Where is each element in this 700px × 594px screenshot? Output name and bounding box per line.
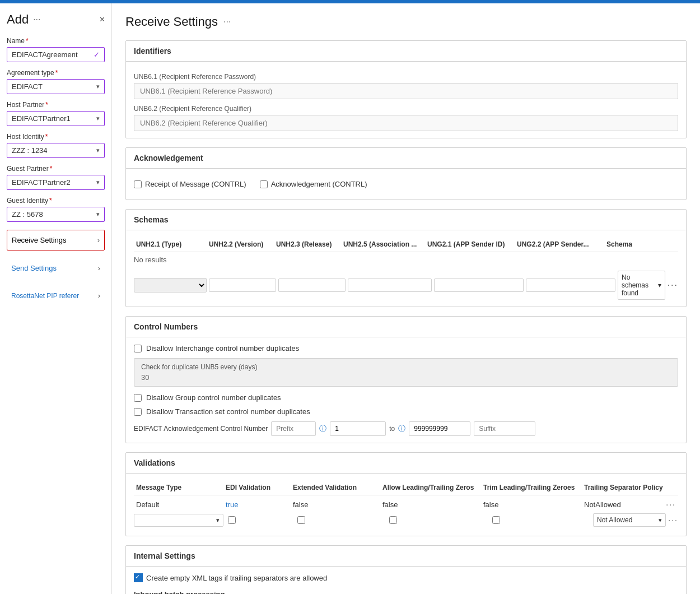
create-xml-checkbox[interactable] xyxy=(134,573,143,582)
chevron-down-icon: ▾ xyxy=(658,281,661,289)
val-default-extended: false xyxy=(291,500,380,509)
control-numbers-header: Control Numbers xyxy=(126,317,686,337)
chevron-down-icon: ▾ xyxy=(96,83,100,90)
val-row-dots[interactable]: ··· xyxy=(668,516,678,525)
host-identity-label: Host Identity* xyxy=(7,133,105,141)
chevron-right-icon: › xyxy=(98,291,100,300)
val-col-trim: Trim Leading/Trailing Zeroes xyxy=(481,484,582,491)
no-results: No results xyxy=(134,252,678,267)
val-edi-checkbox[interactable] xyxy=(228,516,236,524)
schemas-section: Schemas UNH2.1 (Type) UNH2.2 (Version) U… xyxy=(125,209,687,307)
validations-section: Validations Message Type EDI Validation … xyxy=(125,452,687,536)
schema-release-input[interactable] xyxy=(278,279,346,292)
acknowledgement-label: Acknowledgement (CONTRL) xyxy=(271,180,367,188)
guest-partner-select[interactable]: EDIFACTPartner2 ▾ xyxy=(7,175,105,190)
sidebar-item-receive-settings[interactable]: Receive Settings › xyxy=(7,230,105,250)
schema-col-schema: Schema xyxy=(604,240,678,248)
schema-col-unh23: UNH2.3 (Release) xyxy=(274,240,341,248)
sidebar-dots[interactable]: ··· xyxy=(33,15,40,25)
internal-settings-header: Internal Settings xyxy=(126,546,686,567)
host-identity-select[interactable]: ZZZ : 1234 ▾ xyxy=(7,143,105,158)
schema-sender2-input[interactable] xyxy=(526,279,615,292)
val-col-extended: Extended Validation xyxy=(291,484,380,491)
receipt-message-checkbox[interactable] xyxy=(134,180,142,188)
val-extended-checkbox[interactable] xyxy=(297,516,305,524)
prefix-input[interactable] xyxy=(271,421,316,436)
sidebar: Add ··· × Name* EDIFACTAgreement ✓ Agree… xyxy=(0,3,112,594)
schema-type-input[interactable] xyxy=(134,278,207,293)
schema-assoc-input[interactable] xyxy=(348,279,432,292)
val-col-allow: Allow Leading/Trailing Zeros xyxy=(380,484,481,491)
acknowledgement-section: Acknowledgement Receipt of Message (CONT… xyxy=(125,147,687,200)
unb61-label: UNB6.1 (Recipient Reference Password) xyxy=(134,73,678,81)
main-dots[interactable]: ··· xyxy=(223,17,231,27)
info-icon[interactable]: ⓘ xyxy=(319,424,326,434)
guest-identity-select[interactable]: ZZ : 5678 ▾ xyxy=(7,207,105,222)
schema-dots[interactable]: ··· xyxy=(668,280,678,290)
val-trim-checkbox[interactable] xyxy=(492,516,500,524)
days-label: Check for duplicate UNB5 every (days) xyxy=(141,363,671,371)
val-default-trailing: NotAllowed ··· xyxy=(582,500,678,509)
val-default-trim: false xyxy=(481,500,582,509)
sidebar-close[interactable]: × xyxy=(100,15,105,25)
val-col-edi: EDI Validation xyxy=(223,484,291,491)
agreement-type-label: Agreement type* xyxy=(7,69,105,77)
unb61-input[interactable] xyxy=(134,83,678,99)
sidebar-title: Add xyxy=(7,12,29,27)
chevron-down-icon: ▾ xyxy=(96,147,100,154)
chevron-down-icon: ▾ xyxy=(96,211,100,218)
unb62-input[interactable] xyxy=(134,115,678,131)
sidebar-item-rosettanet[interactable]: RosettaNet PIP referer › xyxy=(7,286,105,305)
validations-header: Validations xyxy=(126,453,686,474)
disallow-transaction-label: Disallow Transaction set control number … xyxy=(146,407,310,416)
acknowledgement-header: Acknowledgement xyxy=(126,148,686,169)
val-type-dropdown[interactable]: ▾ xyxy=(134,514,223,527)
schema-col-unh25: UNH2.5 (Association ... xyxy=(341,240,425,248)
acknowledgement-checkbox[interactable] xyxy=(260,180,268,188)
guest-identity-label: Guest Identity* xyxy=(7,197,105,205)
chevron-right-icon: › xyxy=(97,236,100,244)
name-field-label: Name* xyxy=(7,37,105,45)
suffix-input[interactable] xyxy=(474,421,535,436)
chevron-down-icon: ▾ xyxy=(96,115,100,122)
number-to-input[interactable] xyxy=(409,421,470,436)
val-dots[interactable]: ··· xyxy=(666,500,676,509)
disallow-interchange-checkbox[interactable] xyxy=(134,345,142,352)
val-default-edi: true xyxy=(223,500,291,509)
val-default-type: Default xyxy=(134,500,223,509)
schema-col-ung21: UNG2.1 (APP Sender ID) xyxy=(425,240,515,248)
disallow-transaction-checkbox[interactable] xyxy=(134,408,142,416)
host-partner-select[interactable]: EDIFACTPartner1 ▾ xyxy=(7,111,105,126)
disallow-group-label: Disallow Group control number duplicates xyxy=(146,393,281,402)
val-default-allow: false xyxy=(380,500,481,509)
number-from-input[interactable] xyxy=(330,421,386,436)
schemas-header: Schemas xyxy=(126,210,686,230)
guest-partner-label: Guest Partner* xyxy=(7,165,105,173)
host-partner-label: Host Partner* xyxy=(7,101,105,109)
schema-version-input[interactable] xyxy=(209,279,276,292)
val-col-message-type: Message Type xyxy=(134,484,223,491)
schema-col-ung22: UNG2.2 (APP Sender... xyxy=(515,240,604,248)
disallow-group-checkbox[interactable] xyxy=(134,394,142,402)
control-numbers-section: Control Numbers Disallow Interchange con… xyxy=(125,316,687,443)
val-allow-checkbox[interactable] xyxy=(389,516,397,524)
schema-sender-id-input[interactable] xyxy=(434,279,524,292)
sidebar-item-send-settings[interactable]: Send Settings › xyxy=(7,258,105,278)
chevron-down-icon: ▾ xyxy=(96,179,100,186)
unb62-label: UNB6.2 (Recipient Reference Qualifier) xyxy=(134,105,678,113)
info-icon2[interactable]: ⓘ xyxy=(398,424,405,434)
ack-control-label: EDIFACT Acknowledgement Control Number xyxy=(134,425,268,433)
not-allowed-select[interactable]: Not Allowed ▾ xyxy=(593,513,666,527)
main-content: Receive Settings ··· Identifiers UNB6.1 … xyxy=(112,3,700,594)
agreement-type-select[interactable]: EDIFACT ▾ xyxy=(7,79,105,94)
create-xml-label: Create empty XML tags if trailing separa… xyxy=(146,574,327,582)
check-icon: ✓ xyxy=(94,50,100,59)
disallow-interchange-label: Disallow Interchange control number dupl… xyxy=(146,344,299,352)
receipt-message-label: Receipt of Message (CONTRL) xyxy=(145,180,246,188)
main-title: Receive Settings xyxy=(125,15,218,29)
chevron-down-icon: ▾ xyxy=(216,517,220,524)
schema-select[interactable]: No schemas found ▾ xyxy=(618,271,665,300)
name-input[interactable]: EDIFACTAgreement ✓ xyxy=(7,47,105,62)
inbound-batch-label: Inbound batch processing xyxy=(134,590,678,594)
chevron-down-icon: ▾ xyxy=(659,517,662,524)
